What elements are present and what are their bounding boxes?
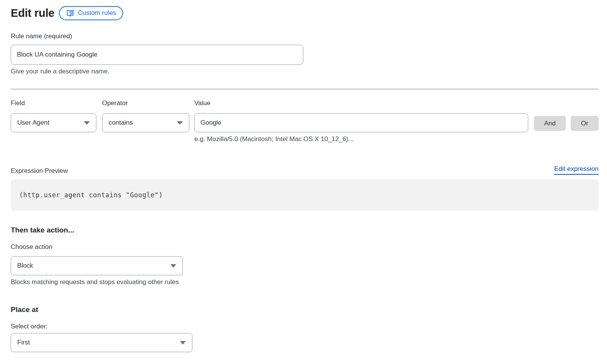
field-select-value: User Agent bbox=[17, 119, 49, 127]
open-book-icon bbox=[66, 10, 74, 17]
caret-down-icon bbox=[170, 264, 176, 268]
expression-preview-label: Expression Preview bbox=[11, 167, 68, 175]
expression-preview-box: (http.user_agent contains "Google") bbox=[11, 179, 599, 211]
field-label: Field bbox=[11, 99, 96, 107]
rule-name-section: Rule name (required) Give your rule a de… bbox=[11, 32, 599, 75]
expression-section: Expression Preview Edit expression (http… bbox=[11, 165, 599, 211]
expression-header: Expression Preview Edit expression bbox=[11, 165, 599, 175]
action-section: Then take action... Choose action Block … bbox=[11, 226, 599, 286]
condition-row: Field User Agent Operator contains Value… bbox=[11, 99, 599, 143]
operator-select-value: contains bbox=[109, 119, 133, 127]
edit-expression-link[interactable]: Edit expression bbox=[554, 165, 599, 175]
operator-column: Operator contains bbox=[102, 99, 189, 132]
place-at-heading: Place at bbox=[11, 306, 599, 314]
custom-rules-badge[interactable]: Custom rules bbox=[59, 6, 123, 20]
value-label: Value bbox=[194, 99, 528, 107]
choose-action-label: Choose action bbox=[11, 243, 599, 251]
field-column: Field User Agent bbox=[11, 99, 96, 132]
operator-label: Operator bbox=[102, 99, 189, 107]
value-column: Value e.g. Mozilla/5.0 (Macintosh; Intel… bbox=[194, 99, 528, 143]
field-select[interactable]: User Agent bbox=[11, 113, 96, 132]
action-select-value: Block bbox=[17, 262, 33, 270]
page-title: Edit rule bbox=[11, 7, 54, 20]
expression-code: (http.user_agent contains "Google") bbox=[19, 191, 163, 199]
custom-rules-badge-label: Custom rules bbox=[78, 9, 116, 17]
section-divider bbox=[11, 89, 599, 89]
value-helper: e.g. Mozilla/5.0 (Macintosh; Intel Mac O… bbox=[194, 135, 528, 143]
condition-section: Field User Agent Operator contains Value… bbox=[11, 99, 599, 143]
page-header: Edit rule Custom rules bbox=[11, 5, 599, 21]
action-heading: Then take action... bbox=[11, 226, 599, 234]
value-input[interactable] bbox=[194, 113, 528, 132]
rule-name-label: Rule name (required) bbox=[11, 32, 72, 40]
action-helper: Blocks matching requests and stops evalu… bbox=[11, 278, 599, 286]
placement-section: Place at Select order: First bbox=[11, 306, 599, 352]
action-select[interactable]: Block bbox=[11, 256, 183, 275]
and-button[interactable]: And bbox=[534, 116, 566, 131]
edit-rule-page: Edit rule Custom rules Rule name (requir… bbox=[0, 0, 607, 352]
select-order-label: Select order: bbox=[11, 323, 599, 330]
rule-name-input[interactable] bbox=[11, 45, 303, 65]
rule-name-helper: Give your rule a descriptive name. bbox=[11, 68, 599, 75]
caret-down-icon bbox=[84, 121, 90, 125]
operator-select[interactable]: contains bbox=[102, 113, 189, 132]
or-button[interactable]: Or bbox=[571, 116, 599, 131]
order-select[interactable]: First bbox=[11, 333, 192, 352]
order-select-value: First bbox=[17, 339, 30, 346]
caret-down-icon bbox=[177, 121, 183, 125]
caret-down-icon bbox=[180, 341, 186, 344]
